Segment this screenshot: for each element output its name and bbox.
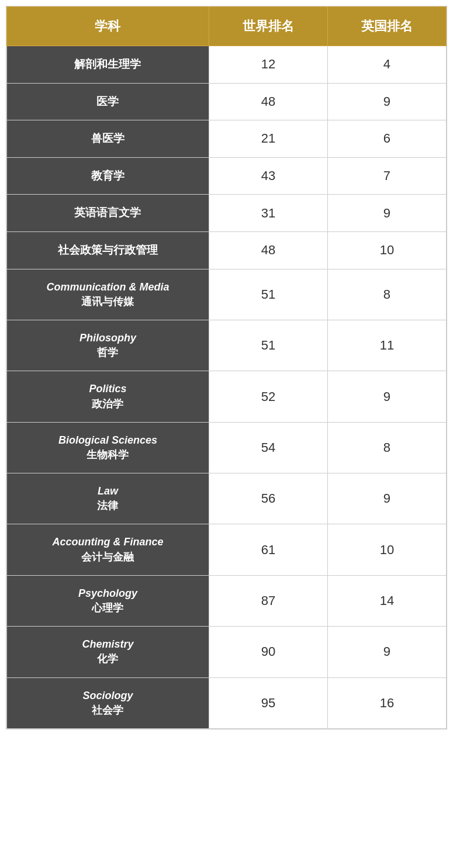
subject-english: Law [13, 484, 203, 499]
table-header-row: 学科 世界排名 英国排名 [7, 7, 447, 46]
subject-english: Communication & Media [13, 280, 203, 295]
table-row: Sociology社会学9516 [7, 677, 447, 728]
uk-rank-cell: 10 [327, 231, 446, 269]
world-rank-cell: 87 [209, 575, 327, 626]
subject-chinese: 化学 [13, 652, 203, 666]
subject-chinese: 政治学 [13, 397, 203, 411]
subject-chinese: 哲学 [13, 345, 203, 360]
table-row: 英语语言文学319 [7, 195, 447, 232]
world-rank-cell: 48 [209, 83, 327, 120]
uk-rank-cell: 8 [327, 422, 446, 473]
subject-chinese: 社会学 [13, 703, 203, 718]
subject-english: Philosophy [13, 331, 203, 345]
uk-rank-cell: 11 [327, 320, 446, 371]
uk-rank-cell: 16 [327, 677, 446, 728]
subject-cell: Law法律 [7, 473, 209, 524]
table-row: Chemistry化学909 [7, 627, 447, 677]
subject-cell: 教育学 [7, 157, 209, 195]
subject-chinese: 教育学 [13, 168, 203, 184]
subject-cell: 医学 [7, 83, 209, 120]
uk-rank-cell: 8 [327, 269, 446, 320]
subject-english: Accounting & Finance [13, 535, 203, 549]
uk-rank-cell: 4 [327, 46, 446, 84]
subject-cell: Sociology社会学 [7, 677, 209, 728]
subject-chinese: 医学 [13, 94, 203, 110]
world-rank-cell: 61 [209, 524, 327, 575]
world-rank-cell: 51 [209, 320, 327, 371]
uk-rank-cell: 9 [327, 473, 446, 524]
world-rank-cell: 51 [209, 269, 327, 320]
world-rank-cell: 43 [209, 157, 327, 195]
table-row: Law法律569 [7, 473, 447, 524]
uk-rank-cell: 9 [327, 627, 446, 677]
subject-chinese: 心理学 [13, 601, 203, 615]
header-world-rank: 世界排名 [209, 7, 327, 46]
world-rank-cell: 12 [209, 46, 327, 84]
subject-chinese: 会计与金融 [13, 550, 203, 565]
subject-english: Politics [13, 382, 203, 396]
subject-cell: 解剖和生理学 [7, 46, 209, 84]
subject-cell: Chemistry化学 [7, 627, 209, 677]
uk-rank-cell: 9 [327, 83, 446, 120]
table-row: Psychology心理学8714 [7, 575, 447, 626]
world-rank-cell: 21 [209, 120, 327, 158]
world-rank-cell: 54 [209, 422, 327, 473]
uk-rank-cell: 6 [327, 120, 446, 158]
subject-english: Psychology [13, 586, 203, 601]
world-rank-cell: 56 [209, 473, 327, 524]
world-rank-cell: 90 [209, 627, 327, 677]
world-rank-cell: 31 [209, 195, 327, 232]
world-rank-cell: 95 [209, 677, 327, 728]
uk-rank-cell: 7 [327, 157, 446, 195]
subject-chinese: 社会政策与行政管理 [13, 243, 203, 258]
world-rank-cell: 52 [209, 371, 327, 422]
subject-chinese: 法律 [13, 499, 203, 513]
subject-english: Biological Sciences [13, 433, 203, 448]
subject-chinese: 生物科学 [13, 448, 203, 462]
table-row: 社会政策与行政管理4810 [7, 231, 447, 269]
subject-english: Chemistry [13, 637, 203, 652]
table-row: Philosophy哲学5111 [7, 320, 447, 371]
subject-english: Sociology [13, 689, 203, 703]
subject-cell: 兽医学 [7, 120, 209, 158]
table-row: Accounting & Finance会计与金融6110 [7, 524, 447, 575]
subject-chinese: 英语语言文学 [13, 205, 203, 221]
table-row: 解剖和生理学124 [7, 46, 447, 84]
table-row: 医学489 [7, 83, 447, 120]
subject-cell: 社会政策与行政管理 [7, 231, 209, 269]
header-uk-rank: 英国排名 [327, 7, 446, 46]
header-subject: 学科 [7, 7, 209, 46]
subject-chinese: 兽医学 [13, 131, 203, 147]
rankings-table: 学科 世界排名 英国排名 解剖和生理学124医学489兽医学216教育学437英… [6, 6, 447, 729]
subject-cell: 英语语言文学 [7, 195, 209, 232]
uk-rank-cell: 14 [327, 575, 446, 626]
table-row: Biological Sciences生物科学548 [7, 422, 447, 473]
subject-cell: Communication & Media通讯与传媒 [7, 269, 209, 320]
subject-cell: Biological Sciences生物科学 [7, 422, 209, 473]
subject-cell: Politics政治学 [7, 371, 209, 422]
subject-cell: Psychology心理学 [7, 575, 209, 626]
subject-cell: Philosophy哲学 [7, 320, 209, 371]
table-row: 教育学437 [7, 157, 447, 195]
table-row: Politics政治学529 [7, 371, 447, 422]
subject-cell: Accounting & Finance会计与金融 [7, 524, 209, 575]
subject-chinese: 通讯与传媒 [13, 295, 203, 309]
table-row: Communication & Media通讯与传媒518 [7, 269, 447, 320]
subject-chinese: 解剖和生理学 [13, 57, 203, 72]
table-row: 兽医学216 [7, 120, 447, 158]
uk-rank-cell: 9 [327, 371, 446, 422]
uk-rank-cell: 10 [327, 524, 446, 575]
world-rank-cell: 48 [209, 231, 327, 269]
uk-rank-cell: 9 [327, 195, 446, 232]
